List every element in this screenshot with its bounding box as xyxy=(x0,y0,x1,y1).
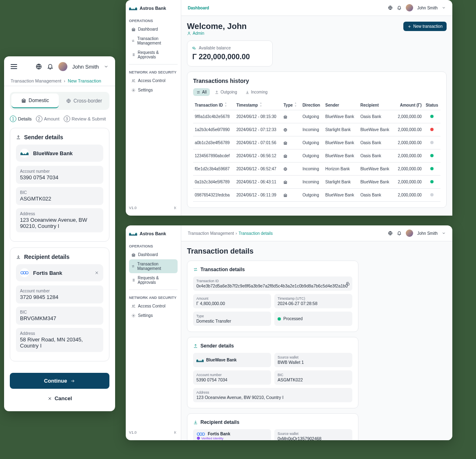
cancel-button[interactable]: Cancel xyxy=(4,393,115,404)
bank-icon xyxy=(283,115,287,119)
cell-amt: 2,000,000.00 xyxy=(394,123,423,136)
globe-icon[interactable] xyxy=(388,231,393,236)
nav-txn-mgmt[interactable]: Transaction Management xyxy=(129,259,178,273)
table-row[interactable]: 0a1b2c3d4e5f67892024/06/12 - 06:43:11Inc… xyxy=(193,176,440,189)
sender-account-field: Account number5390 0754 7034 xyxy=(193,370,271,385)
recipient-bank-chip[interactable]: Fortis Bank xyxy=(16,264,103,281)
globe-icon xyxy=(283,167,287,171)
bell-icon[interactable] xyxy=(397,231,402,236)
continue-button[interactable]: Continue xyxy=(10,373,109,389)
cell-status xyxy=(423,110,440,123)
new-transaction-button[interactable]: New transaction xyxy=(403,22,447,31)
step-3[interactable]: 3Review & Submit xyxy=(64,116,106,122)
col-id[interactable]: Transaction ID xyxy=(193,100,235,110)
table-row[interactable]: f0e1d2c3b4a596872024/06/12 - 06:52:47Inc… xyxy=(193,163,440,176)
wave-icon xyxy=(20,151,29,156)
col-amt[interactable]: Amount (Γ) xyxy=(394,100,423,110)
nav-dashboard[interactable]: Dashboard xyxy=(129,25,178,34)
welcome-row: Welcome, John Admin New transaction xyxy=(187,22,447,36)
verified-badge: Verified identity xyxy=(196,436,268,440)
list-icon xyxy=(131,53,135,57)
nav-requests[interactable]: Requests & Approvals xyxy=(129,48,178,62)
globe-icon[interactable] xyxy=(388,5,393,10)
history-filters: All Outgoing Incoming xyxy=(193,88,440,96)
brand[interactable]: Astros Bank xyxy=(129,6,178,11)
breadcrumb: Transaction Management › Transaction det… xyxy=(188,231,273,236)
chevron-down-icon[interactable] xyxy=(104,64,109,69)
avatar[interactable] xyxy=(406,4,413,11)
users-icon xyxy=(131,79,136,83)
cell-sender: BlueWave Bank xyxy=(324,110,359,123)
bell-icon[interactable] xyxy=(397,5,402,10)
bell-icon[interactable] xyxy=(47,63,53,70)
breadcrumb[interactable]: Dashboard xyxy=(188,6,209,10)
gear-icon xyxy=(131,88,136,92)
col-dir[interactable]: Direction xyxy=(301,100,324,110)
table-row[interactable]: 1a2b3c4d5e6f78902024/06/12 - 07:12:33Inc… xyxy=(193,123,440,136)
tab-cross-border[interactable]: Cross-border xyxy=(60,94,108,108)
table-row[interactable]: a0b1c2d3e4f567892024/06/12 - 07:01:56Out… xyxy=(193,136,440,149)
col-ts[interactable]: Timestamp xyxy=(235,100,282,110)
table-row[interactable]: 9f8a1d3c4b2e56782024/06/12 - 08:15:30Out… xyxy=(193,110,440,123)
filter-incoming[interactable]: Incoming xyxy=(242,88,271,96)
status-dot-icon xyxy=(430,167,434,170)
globe-icon[interactable] xyxy=(36,63,42,70)
chevron-down-icon[interactable] xyxy=(442,231,446,235)
status-dot-icon xyxy=(278,317,281,321)
nav-dashboard[interactable]: Dashboard xyxy=(129,250,178,259)
nav-settings[interactable]: Settings xyxy=(129,85,178,95)
col-type[interactable]: Type xyxy=(282,100,300,110)
step-1[interactable]: 1Details xyxy=(10,116,32,122)
step-2[interactable]: 2Amount xyxy=(36,116,60,122)
nav-txn-mgmt[interactable]: Transaction Management xyxy=(129,34,178,48)
bank-icon xyxy=(283,180,287,184)
balance-value: Γ 220,000,000.00 xyxy=(192,53,267,61)
wave-icon xyxy=(129,231,137,236)
tx-details-title: Transaction details xyxy=(193,267,352,272)
copy-icon[interactable] xyxy=(346,282,350,286)
tab-domestic[interactable]: Domestic xyxy=(11,94,59,108)
col-status[interactable]: Status xyxy=(423,100,440,110)
cell-ts: 2024/06/12 - 06:52:47 xyxy=(235,163,282,176)
recipient-details-card: Recipient details Fortis Bank Verified i… xyxy=(187,413,358,440)
section-operations: OPERATIONS xyxy=(129,19,178,23)
collapse-icon[interactable] xyxy=(173,206,178,210)
filter-outgoing[interactable]: Outgoing xyxy=(211,88,240,96)
sender-wallet-field: Source walletBWB Wallet 1 xyxy=(274,353,352,367)
nav-requests[interactable]: Requests & Approvals xyxy=(129,273,178,287)
nav-settings[interactable]: Settings xyxy=(129,311,178,320)
nav-access[interactable]: Access Control xyxy=(129,301,178,311)
cell-dir: Incoming xyxy=(301,123,324,136)
tx-type-field: TypeDomestic Transfer xyxy=(193,312,271,326)
collapse-icon[interactable] xyxy=(173,430,178,434)
breadcrumb-parent[interactable]: Transaction Management xyxy=(11,78,61,83)
sort-icon xyxy=(224,102,228,107)
cell-status xyxy=(423,136,440,149)
cell-ts: 2024/06/12 - 07:01:56 xyxy=(235,136,282,149)
version: V1.0 xyxy=(129,430,137,434)
table-row[interactable]: 1234567890abcdef2024/06/12 - 06:56:12Out… xyxy=(193,149,440,163)
filter-all[interactable]: All xyxy=(193,88,210,96)
chevron-down-icon[interactable] xyxy=(442,6,446,10)
table-row[interactable]: 0987654321fedcba2024/06/12 - 06:11:39Out… xyxy=(193,189,440,202)
avatar[interactable] xyxy=(406,230,413,237)
rings-icon xyxy=(20,270,29,275)
nav-access[interactable]: Access Control xyxy=(129,76,178,85)
sort-icon xyxy=(294,102,298,107)
close-icon[interactable] xyxy=(94,270,99,275)
cell-ts: 2024/06/12 - 06:56:12 xyxy=(235,149,282,163)
col-sender[interactable]: Sender xyxy=(324,100,359,110)
brand[interactable]: Astros Bank xyxy=(129,231,178,236)
download-icon xyxy=(245,90,249,94)
cell-amt: 2,000,000.00 xyxy=(394,136,423,149)
dashboard-panel: Astros Bank OPERATIONS Dashboard Transac… xyxy=(126,0,452,216)
coins-icon xyxy=(192,46,196,50)
col-recip[interactable]: Recipient xyxy=(359,100,394,110)
sender-bank-chip[interactable]: BlueWave Bank xyxy=(16,145,103,162)
tx-id-field: Transaction ID 0x4e3b72d5a6e3b7f2c9e8f6a… xyxy=(193,276,352,291)
menu-icon[interactable] xyxy=(11,64,17,69)
status-dot-icon xyxy=(430,141,434,144)
section-operations: OPERATIONS xyxy=(129,244,178,248)
cell-amt: 2,000,000.00 xyxy=(394,163,423,176)
avatar[interactable] xyxy=(58,62,67,71)
